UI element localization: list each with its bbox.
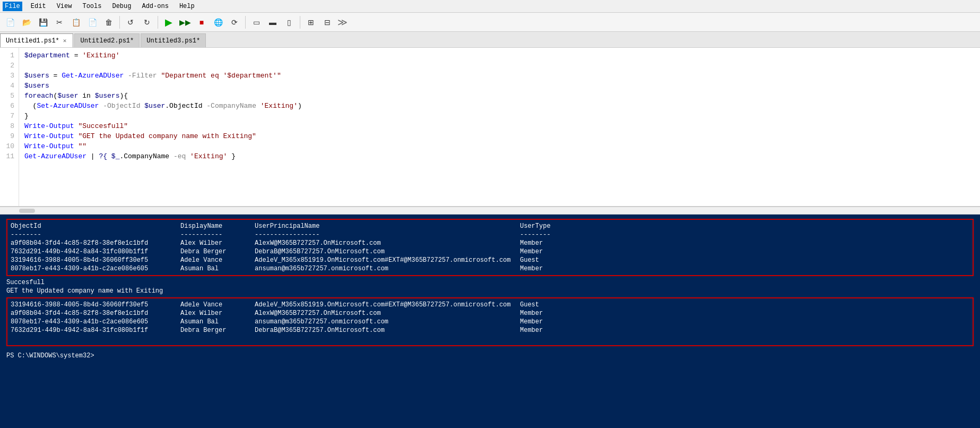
menu-debug[interactable]: Debug (110, 2, 133, 11)
layout1-button[interactable]: ▭ (249, 15, 264, 30)
code-editor[interactable]: $department = 'Exiting' $users = Get-Azu… (19, 48, 980, 206)
collapse-button[interactable]: ⊟ (320, 15, 335, 30)
tab3-label: Untitled3.ps1* (146, 37, 200, 45)
clear-button[interactable]: 🗑 (101, 15, 116, 30)
tab-untitled1[interactable]: Untitled1.ps1* ✕ (0, 33, 73, 47)
sync-button[interactable]: ⟳ (227, 15, 242, 30)
menu-edit[interactable]: Edit (29, 2, 48, 11)
editor-area: 1 2 3 4 5 6 7 8 9 10 11 $department = 'E… (0, 48, 980, 207)
menu-bar: File Edit View Tools Debug Add-ons Help (0, 0, 980, 13)
ps-prompt: PS C:\WINDOWS\system32> (6, 352, 94, 359)
h-scrollbar[interactable] (0, 207, 980, 215)
tab1-label: Untitled1.ps1* (6, 37, 59, 45)
table2-row1: 33194616-3988-4005-8b4d-36060ff30ef5Adel… (11, 301, 969, 309)
table2-row2: a9f08b04-3fd4-4c85-82f8-38ef8e1c1bfdAlex… (11, 309, 969, 318)
menu-tools[interactable]: Tools (80, 2, 103, 11)
cut-button[interactable]: ✂ (52, 15, 67, 30)
stop-button[interactable]: ■ (194, 15, 209, 30)
redo-button[interactable]: ↻ (140, 15, 154, 30)
layout2-button[interactable]: ▬ (265, 15, 280, 30)
tab2-label: Untitled2.ps1* (80, 37, 134, 45)
toolbar: 📄 📂 💾 ✂ 📋 📄 🗑 ↺ ↻ ▶ ▶▶ ■ 🌐 ⟳ ▭ ▬ ▯ ⊞ ⊟ ≫ (0, 13, 980, 32)
menu-addons[interactable]: Add-ons (140, 2, 170, 11)
table1-row4: 8078eb17-e443-4309-a41b-c2ace086e605Asum… (11, 264, 969, 273)
new-button[interactable]: 📄 (3, 15, 18, 30)
tab-untitled3[interactable]: Untitled3.ps1* (141, 33, 206, 47)
table1-headers: ObjectIdDisplayNameUserPrincipalNameUser… (11, 222, 969, 230)
paste-button[interactable]: 📄 (85, 15, 100, 30)
success-msg1: Succesfull (6, 278, 974, 287)
h-scroll-thumb[interactable] (19, 209, 35, 213)
more-icon: ≫ (337, 16, 348, 28)
layout3-button[interactable]: ▯ (282, 15, 297, 30)
col2-header: DisplayName (180, 222, 255, 230)
remote-button[interactable]: 🌐 (211, 15, 226, 30)
console-area: ObjectIdDisplayNameUserPrincipalNameUser… (0, 215, 980, 428)
ps-prompt-line: PS C:\WINDOWS\system32> (6, 352, 974, 360)
col4-header: UserType (520, 222, 551, 230)
open-button[interactable]: 📂 (19, 15, 34, 30)
sep4 (300, 16, 300, 29)
line-numbers: 1 2 3 4 5 6 7 8 9 10 11 (0, 48, 19, 206)
success-msg2: GET the Updated company name with Exitin… (6, 287, 974, 295)
run-selection-button[interactable]: ▶▶ (178, 15, 193, 30)
table1-sep: ----------------------------------------… (11, 230, 969, 239)
sep2 (158, 16, 158, 29)
table1-row1: a9f08b04-3fd4-4c85-82f8-38ef8e1c1bfdAlex… (11, 239, 969, 247)
save-button[interactable]: 💾 (36, 15, 50, 30)
menu-help[interactable]: Help (177, 2, 197, 11)
expand-button[interactable]: ⊞ (303, 15, 318, 30)
table2-box: 33194616-3988-4005-8b4d-36060ff30ef5Adel… (6, 297, 974, 346)
sep1 (119, 16, 120, 29)
tab-bar: Untitled1.ps1* ✕ Untitled2.ps1* Untitled… (0, 32, 980, 48)
sep3 (245, 16, 246, 29)
table1-row2: 7632d291-449b-4942-8a84-31fc080b1f1fDebr… (11, 247, 969, 256)
col1-header: ObjectId (11, 222, 180, 230)
undo-button[interactable]: ↺ (123, 15, 138, 30)
table1-box: ObjectIdDisplayNameUserPrincipalNameUser… (6, 219, 974, 276)
table2-row3: 8078eb17-e443-4309-a41b-c2ace086e605Asum… (11, 318, 969, 326)
table2-row4: 7632d291-449b-4942-8a84-31fc080b1f1fDebr… (11, 326, 969, 335)
tab1-close[interactable]: ✕ (62, 37, 68, 44)
menu-file[interactable]: File (3, 2, 22, 11)
table2-empty (11, 335, 969, 343)
tab-untitled2[interactable]: Untitled2.ps1* (74, 33, 140, 47)
copy-button[interactable]: 📋 (68, 15, 83, 30)
menu-view[interactable]: View (55, 2, 74, 11)
table1-row3: 33194616-3988-4005-8b4d-36060ff30ef5Adel… (11, 256, 969, 264)
col3-header: UserPrincipalName (255, 222, 520, 230)
run-button[interactable]: ▶ (161, 15, 176, 30)
